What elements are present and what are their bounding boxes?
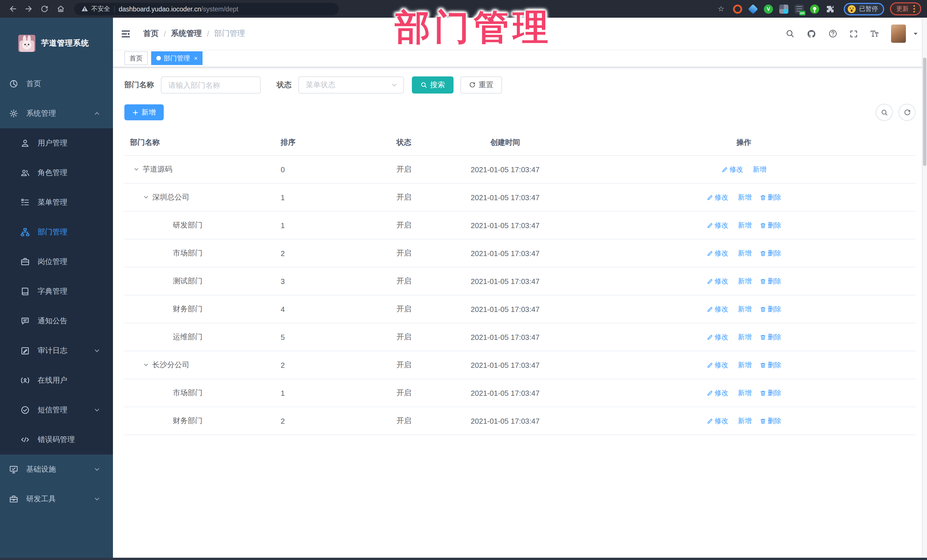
edit-link[interactable]: 修改 — [707, 360, 728, 370]
tree-caret-icon[interactable] — [143, 362, 149, 368]
delete-link[interactable]: 删除 — [760, 360, 781, 370]
puzzle-icon[interactable] — [825, 4, 834, 14]
delete-link[interactable]: 删除 — [760, 248, 781, 258]
sidebar-item-研发工具[interactable]: 研发工具 — [0, 484, 113, 514]
edit-link[interactable]: 修改 — [707, 276, 728, 286]
sidebar-item-在线用户[interactable]: 在线用户 — [0, 366, 113, 395]
home-icon[interactable] — [54, 2, 67, 16]
add-link[interactable]: 新增 — [736, 220, 752, 230]
sidebar-item-系统管理[interactable]: 系统管理 — [0, 99, 113, 128]
sidebar-item-菜单管理[interactable]: 菜单管理 — [0, 188, 113, 217]
browser-menu-icon[interactable] — [913, 5, 915, 12]
extension-key-icon[interactable] — [810, 4, 819, 14]
url-text[interactable]: dashboard.yudao.iocoder.cn/system/dept — [119, 5, 238, 12]
sidebar-item-通知公告[interactable]: 通知公告 — [0, 306, 113, 336]
profile-pill[interactable]: 已暂停 — [844, 3, 884, 15]
add-link[interactable]: 新增 — [736, 416, 752, 426]
tree-caret-icon[interactable] — [134, 167, 139, 172]
back-icon[interactable] — [6, 2, 20, 16]
edit-link[interactable]: 修改 — [707, 193, 728, 202]
tab-close-icon[interactable]: × — [194, 55, 198, 62]
update-button[interactable]: 更新 — [890, 2, 921, 15]
breadcrumb-item[interactable]: 系统管理 — [171, 29, 202, 39]
extension-switch-icon[interactable]: on — [795, 4, 804, 14]
sidebar-item-基础设施[interactable]: 基础设施 — [0, 454, 113, 484]
bookmark-star-icon[interactable]: ☆ — [715, 5, 727, 13]
browser-chrome: 不安全 dashboard.yudao.iocoder.cn/system/de… — [0, 0, 927, 18]
action-label: 删除 — [767, 332, 781, 342]
toggle-search-button[interactable] — [876, 104, 893, 121]
tab-item[interactable]: 首页 — [125, 51, 148, 65]
reload-icon[interactable] — [38, 2, 51, 16]
address-bar[interactable]: 不安全 dashboard.yudao.iocoder.cn/system/de… — [74, 3, 339, 15]
add-link[interactable]: 新增 — [736, 360, 752, 370]
delete-link[interactable]: 删除 — [760, 220, 781, 230]
edit-link[interactable]: 修改 — [707, 332, 728, 342]
status-select[interactable]: 菜单状态 — [298, 76, 404, 94]
sidebar-item-部门管理[interactable]: 部门管理 — [0, 217, 113, 247]
actions-cell: 修改新增删除 — [572, 193, 916, 202]
sidebar-item-角色管理[interactable]: 角色管理 — [0, 158, 113, 188]
add-link[interactable]: 新增 — [736, 332, 752, 342]
extension-squares-icon[interactable] — [779, 4, 789, 14]
sidebar-item-首页[interactable]: 首页 — [0, 69, 113, 99]
page-scrollbar[interactable] — [922, 18, 927, 558]
column-header-状态: 状态 — [370, 137, 438, 148]
delete-link[interactable]: 删除 — [760, 193, 781, 202]
breadcrumb-item[interactable]: 首页 — [143, 29, 159, 39]
delete-link[interactable]: 删除 — [760, 276, 781, 286]
add-link[interactable]: 新增 — [736, 248, 752, 258]
add-link[interactable]: 新增 — [736, 388, 752, 398]
user-avatar[interactable] — [891, 24, 906, 43]
edit-link[interactable]: 修改 — [721, 164, 743, 174]
scrollbar-thumb[interactable] — [923, 58, 926, 166]
action-label: 修改 — [714, 360, 728, 370]
extension-orange-icon[interactable] — [733, 4, 742, 14]
hamburger-icon[interactable] — [121, 29, 131, 38]
caret-down-icon[interactable] — [912, 30, 919, 37]
dept-name-cell: 芋道源码 — [125, 164, 261, 175]
refresh-table-button[interactable] — [898, 104, 916, 121]
question-icon[interactable] — [828, 29, 837, 38]
chevron-down-icon — [94, 407, 100, 413]
add-link[interactable]: 新增 — [751, 164, 766, 174]
create-time-cell: 2021-01-05 17:03:47 — [438, 193, 572, 202]
search-button[interactable]: 搜索 — [412, 76, 453, 94]
edit-link[interactable]: 修改 — [707, 248, 728, 258]
sidebar-item-短信管理[interactable]: 短信管理 — [0, 395, 113, 425]
app-logo-row[interactable]: 芋道管理系统 — [0, 18, 113, 69]
forward-icon[interactable] — [22, 2, 35, 16]
delete-link[interactable]: 删除 — [760, 388, 781, 398]
action-label: 删除 — [767, 360, 781, 370]
delete-link[interactable]: 删除 — [760, 332, 781, 342]
add-link[interactable]: 新增 — [736, 276, 752, 286]
sidebar-item-审计日志[interactable]: 审计日志 — [0, 336, 113, 366]
extension-green-icon[interactable]: V — [764, 4, 773, 14]
reset-button[interactable]: 重置 — [460, 76, 502, 94]
tab-active-dot — [156, 56, 161, 61]
add-button[interactable]: 新增 — [125, 104, 164, 120]
sidebar-item-错误码管理[interactable]: 错误码管理 — [0, 425, 113, 454]
delete-link[interactable]: 删除 — [760, 416, 781, 426]
add-link[interactable]: 新增 — [736, 304, 752, 314]
sidebar-item-岗位管理[interactable]: 岗位管理 — [0, 247, 113, 276]
edit-link[interactable]: 修改 — [707, 304, 728, 314]
dept-name-input[interactable] — [161, 76, 261, 94]
extension-gem-icon[interactable] — [748, 4, 758, 14]
github-icon[interactable] — [807, 29, 816, 38]
tab-active[interactable]: 部门管理× — [151, 51, 203, 65]
edit-link[interactable]: 修改 — [707, 220, 728, 230]
status-cell: 开启 — [370, 220, 438, 231]
search-icon[interactable] — [786, 29, 795, 38]
edit-link[interactable]: 修改 — [707, 388, 728, 398]
edit-link[interactable]: 修改 — [707, 416, 728, 426]
tree-caret-icon[interactable] — [143, 194, 149, 200]
delete-icon — [760, 362, 766, 368]
font-size-icon[interactable] — [870, 29, 879, 38]
fullscreen-icon[interactable] — [849, 29, 858, 38]
add-link[interactable]: 新增 — [736, 193, 752, 202]
security-label[interactable]: 不安全 — [91, 5, 110, 13]
delete-link[interactable]: 删除 — [760, 304, 781, 314]
sidebar-item-字典管理[interactable]: 字典管理 — [0, 276, 113, 306]
sidebar-item-用户管理[interactable]: 用户管理 — [0, 128, 113, 158]
